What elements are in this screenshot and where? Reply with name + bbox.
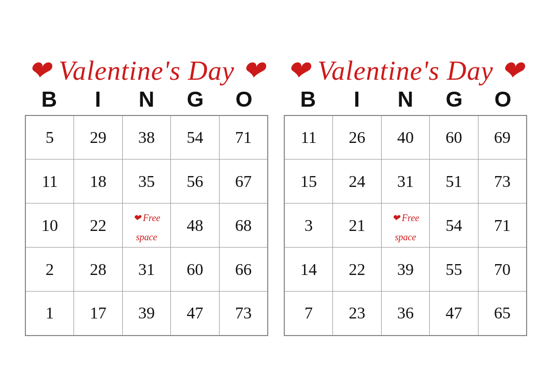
- cell-r1-c4-card1: 67: [219, 159, 268, 204]
- cell-r3-c3-card1: 60: [171, 248, 220, 292]
- cell-r1-c0-card1: 11: [25, 159, 74, 204]
- cell-r2-c0-card1: 10: [25, 204, 74, 248]
- cell-r4-c0-card1: 1: [25, 292, 74, 336]
- letter-B-2: B: [284, 87, 332, 112]
- cell-r4-c3-card2: 47: [430, 292, 478, 336]
- cell-r2-c2-card2: ❤︎ Freespace: [381, 204, 430, 248]
- card-1-grid: 52938547111183556671022❤︎ Freespace48682…: [25, 115, 268, 336]
- cell-r1-c0-card2: 15: [284, 159, 333, 204]
- letter-I-1: I: [74, 87, 122, 112]
- cell-r4-c1-card1: 17: [74, 292, 123, 336]
- letter-B-1: B: [25, 87, 74, 112]
- letter-I-2: I: [332, 87, 381, 112]
- letter-G-1: G: [171, 87, 220, 112]
- cell-r3-c4-card1: 66: [219, 248, 268, 292]
- free-space-label: ❤︎ Freespace: [392, 213, 419, 242]
- cell-r3-c2-card2: 39: [381, 248, 430, 292]
- letter-G-2: G: [430, 87, 478, 112]
- free-space-label: ❤︎ Freespace: [133, 213, 161, 242]
- cell-r1-c2-card2: 31: [381, 159, 430, 204]
- letter-N-1: N: [122, 87, 171, 112]
- card-2-title: ❤︎ Valentine's Day ❤︎: [284, 56, 527, 85]
- cell-r0-c3-card2: 60: [430, 115, 478, 159]
- cell-r4-c2-card2: 36: [381, 292, 430, 336]
- cell-r2-c1-card2: 21: [333, 204, 382, 248]
- cell-r0-c4-card1: 71: [219, 115, 268, 159]
- cell-r0-c3-card1: 54: [171, 115, 220, 159]
- cell-r1-c3-card1: 56: [171, 159, 220, 204]
- cell-r3-c4-card2: 70: [478, 248, 527, 292]
- cell-r2-c2-card1: ❤︎ Freespace: [122, 204, 171, 248]
- cell-r0-c0-card2: 11: [284, 115, 333, 159]
- letter-N-2: N: [381, 87, 430, 112]
- cell-r0-c1-card1: 29: [74, 115, 123, 159]
- letter-O-1: O: [220, 87, 268, 112]
- cell-r3-c3-card2: 55: [430, 248, 478, 292]
- cell-r4-c2-card1: 39: [122, 292, 171, 336]
- card-1-title: ❤︎ Valentine's Day ❤︎: [25, 56, 268, 85]
- page: ❤︎ Valentine's Day ❤︎ B I N G O 52938547…: [0, 0, 552, 392]
- cell-r4-c1-card2: 23: [333, 292, 382, 336]
- cell-r3-c1-card1: 28: [74, 248, 123, 292]
- cell-r1-c1-card2: 24: [333, 159, 382, 204]
- cell-r0-c2-card2: 40: [381, 115, 430, 159]
- cell-r2-c0-card2: 3: [284, 204, 333, 248]
- cell-r4-c0-card2: 7: [284, 292, 333, 336]
- cell-r3-c0-card1: 2: [25, 248, 74, 292]
- cell-r1-c4-card2: 73: [478, 159, 527, 204]
- card-1-letters: B I N G O: [25, 87, 268, 112]
- cell-r3-c0-card2: 14: [284, 248, 333, 292]
- cell-r0-c2-card1: 38: [122, 115, 171, 159]
- cell-r1-c2-card1: 35: [122, 159, 171, 204]
- cell-r3-c1-card2: 22: [333, 248, 382, 292]
- bingo-card-1: ❤︎ Valentine's Day ❤︎ B I N G O 52938547…: [25, 56, 268, 336]
- cell-r1-c3-card2: 51: [430, 159, 478, 204]
- cell-r0-c1-card2: 26: [333, 115, 382, 159]
- cell-r2-c3-card1: 48: [171, 204, 220, 248]
- cell-r4-c4-card1: 73: [219, 292, 268, 336]
- cell-r0-c0-card1: 5: [25, 115, 74, 159]
- cell-r4-c4-card2: 65: [478, 292, 527, 336]
- letter-O-2: O: [478, 87, 527, 112]
- cell-r0-c4-card2: 69: [478, 115, 527, 159]
- cell-r3-c2-card1: 31: [122, 248, 171, 292]
- cell-r2-c4-card2: 71: [478, 204, 527, 248]
- card-2-grid: 11264060691524315173321❤︎ Freespace54711…: [284, 115, 527, 336]
- card-2-letters: B I N G O: [284, 87, 527, 112]
- cell-r2-c4-card1: 68: [219, 204, 268, 248]
- cell-r1-c1-card1: 18: [74, 159, 123, 204]
- bingo-card-2: ❤︎ Valentine's Day ❤︎ B I N G O 11264060…: [284, 56, 527, 336]
- cell-r4-c3-card1: 47: [171, 292, 220, 336]
- cell-r2-c1-card1: 22: [74, 204, 123, 248]
- cell-r2-c3-card2: 54: [430, 204, 478, 248]
